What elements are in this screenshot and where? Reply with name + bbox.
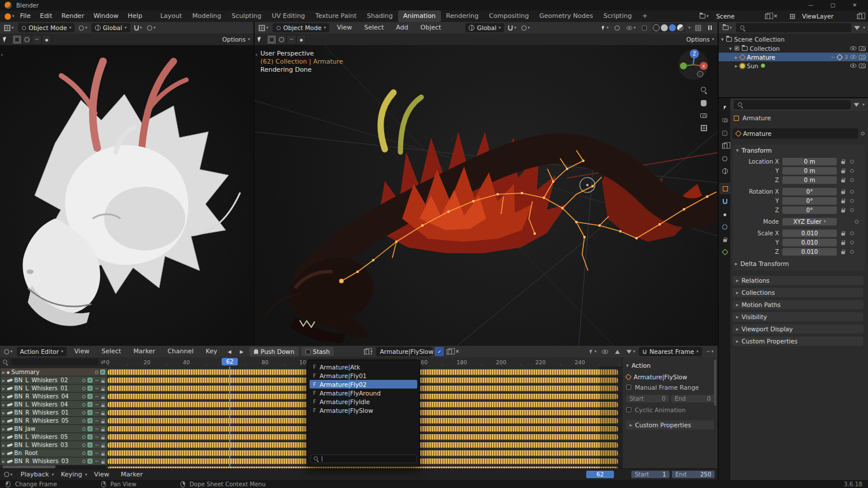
lock-icon[interactable]: [841, 171, 845, 173]
lock-icon[interactable]: [101, 380, 105, 382]
region-expand-icon[interactable]: ‹: [1, 51, 3, 58]
transform-pivot-icon[interactable]: [78, 23, 89, 32]
channel-row[interactable]: BN_R_Whiskers_01: [1, 409, 107, 416]
lock-icon[interactable]: [841, 180, 845, 183]
select-lasso-tool-icon[interactable]: [286, 35, 296, 45]
channel-row[interactable]: BN_R_Whiskers_04: [1, 393, 107, 400]
lock-icon[interactable]: [101, 428, 105, 431]
active-tool-icon[interactable]: [3, 36, 8, 42]
workspace-tab-texture-paint[interactable]: Texture Paint: [310, 10, 362, 22]
outliner-search-input[interactable]: [736, 23, 852, 32]
lock-icon[interactable]: [101, 453, 105, 455]
dopesheet-scrollbar[interactable]: [714, 360, 716, 406]
modifier-icon[interactable]: [94, 418, 99, 424]
channel-row[interactable]: BN_L_Whiskers_01: [1, 385, 107, 392]
snap-dropdown[interactable]: Nearest Frame: [639, 347, 701, 356]
modifier-icon[interactable]: [94, 378, 99, 383]
select-lasso-tool-icon[interactable]: [32, 35, 42, 45]
channel-checkbox[interactable]: [87, 402, 93, 407]
gizmo-z-label[interactable]: Z: [693, 51, 696, 57]
channel-checkbox[interactable]: [100, 369, 105, 375]
section-viewport-display[interactable]: Viewport Display: [733, 324, 863, 334]
navigation-gizmo[interactable]: Z X: [677, 49, 709, 81]
workspace-tab-sculpting[interactable]: Sculpting: [226, 10, 266, 22]
proportional-edit-icon[interactable]: [146, 23, 157, 32]
filter-icon[interactable]: [854, 103, 859, 106]
pause-render-icon[interactable]: [705, 23, 715, 32]
menu-file[interactable]: File: [16, 10, 35, 22]
minimize-icon[interactable]: —: [802, 2, 819, 8]
lock-icon[interactable]: [841, 191, 845, 194]
cursor-tool-icon[interactable]: [42, 35, 52, 45]
pin-icon[interactable]: [82, 403, 86, 406]
invert-filter-icon[interactable]: [101, 359, 105, 365]
cyclic-animation-checkbox[interactable]: [626, 407, 631, 412]
channel-row-summary[interactable]: Summary: [1, 368, 107, 376]
editor-type-icon[interactable]: [258, 23, 270, 32]
modifier-icon[interactable]: [94, 394, 99, 400]
channel-checkbox[interactable]: [87, 434, 93, 439]
mode-dropdown[interactable]: Object Mode: [273, 23, 330, 32]
rotation-x-field[interactable]: 0°: [782, 188, 837, 195]
properties-search-field[interactable]: [746, 101, 847, 108]
editor-type-icon[interactable]: [3, 470, 14, 479]
modifier-icon[interactable]: [94, 459, 99, 464]
location-x-field[interactable]: 0 m: [782, 158, 837, 165]
animate-dot-icon[interactable]: [850, 160, 854, 163]
action-item-flyidle[interactable]: FArmature|FlyIdle: [310, 397, 417, 406]
section-custom-properties[interactable]: Custom Properties: [733, 337, 863, 346]
channel-row[interactable]: BN_R_Whiskers_05: [1, 417, 107, 424]
rotation-mode-dropdown[interactable]: XYZ Euler: [782, 218, 837, 225]
lock-icon[interactable]: [101, 461, 105, 463]
frame-end-field[interactable]: End0: [671, 395, 714, 402]
gizmo-x-label[interactable]: X: [703, 64, 705, 69]
section-collections[interactable]: Collections: [733, 288, 863, 297]
pin-icon[interactable]: [82, 395, 86, 398]
action-item-fly02[interactable]: FArmature|Fly02: [310, 380, 417, 389]
lock-icon[interactable]: [101, 420, 105, 423]
tab-physics[interactable]: [719, 221, 730, 232]
modifier-icon[interactable]: [94, 450, 99, 456]
object-name-field[interactable]: Armature: [733, 128, 858, 139]
filter-icon[interactable]: [854, 26, 860, 30]
modifier-icon[interactable]: [94, 434, 99, 440]
menu-object[interactable]: Object: [416, 22, 446, 34]
layer-next-icon[interactable]: [237, 347, 247, 356]
viewlayer-copy-icon[interactable]: [857, 14, 862, 19]
manual-frame-range-row[interactable]: Manual Frame Range: [626, 382, 714, 392]
workspace-tab-rendering[interactable]: Rendering: [441, 10, 484, 22]
popup-search-input[interactable]: [325, 455, 414, 463]
outliner-search-field[interactable]: [748, 24, 848, 31]
animate-dot-icon[interactable]: [850, 178, 854, 182]
zoom-icon[interactable]: [701, 87, 707, 93]
left-3d-viewport[interactable]: ‹: [0, 45, 253, 346]
location-z-field[interactable]: 0 m: [782, 176, 837, 184]
channel-row[interactable]: BN_L_Whiskers_04: [1, 401, 107, 408]
tab-constraints[interactable]: [719, 234, 730, 245]
lock-icon[interactable]: [841, 233, 845, 236]
stash-button[interactable]: Stash: [301, 347, 334, 356]
properties-search-input[interactable]: [734, 100, 851, 109]
action-item-flyslow[interactable]: FArmature|FlySlow: [310, 406, 417, 415]
editor-type-icon[interactable]: [722, 23, 733, 32]
menu-view[interactable]: View: [69, 346, 94, 357]
viewlayer-selector[interactable]: ViewLayer: [799, 12, 854, 21]
orientation-dropdown[interactable]: Global: [91, 23, 130, 32]
fake-user-toggle[interactable]: ✓: [435, 347, 444, 356]
channel-row[interactable]: BN_L_Whiskers_05: [1, 433, 107, 441]
lock-icon[interactable]: [101, 404, 105, 406]
proportional-edit-icon[interactable]: [520, 23, 531, 32]
dopesheet-mode-dropdown[interactable]: Action Editor: [17, 347, 67, 356]
tab-output[interactable]: [719, 127, 730, 139]
custom-properties-section[interactable]: Custom Properties: [626, 420, 714, 430]
outliner-row-collection[interactable]: Collection: [719, 44, 868, 53]
lock-icon[interactable]: [101, 396, 105, 398]
scale-y-field[interactable]: 0.010: [782, 239, 837, 246]
channel-checkbox[interactable]: [87, 386, 93, 391]
options-dropdown[interactable]: Options: [686, 36, 714, 43]
channel-checkbox[interactable]: [87, 394, 93, 399]
modifier-icon[interactable]: [94, 402, 99, 408]
animate-dot-icon[interactable]: [850, 208, 854, 212]
animate-dot-icon[interactable]: [850, 190, 854, 193]
orientation-dropdown[interactable]: Global: [465, 23, 504, 32]
